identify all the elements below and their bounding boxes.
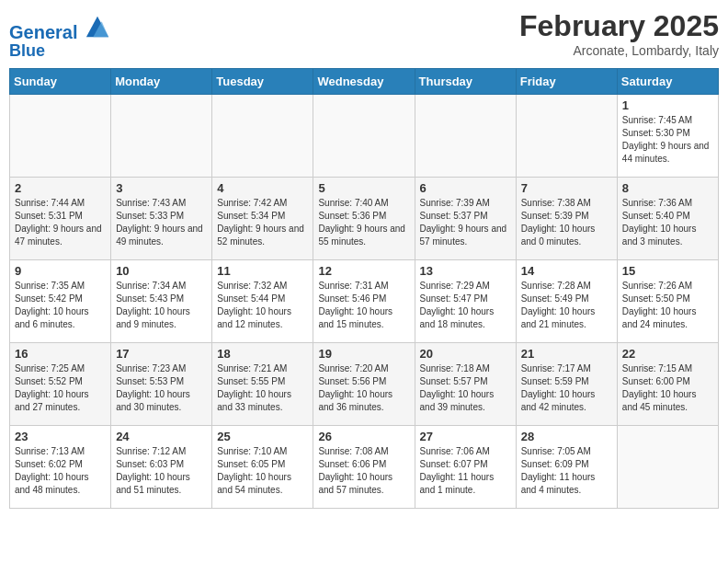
weekday-header: Tuesday bbox=[212, 68, 313, 94]
day-info: Sunrise: 7:45 AM Sunset: 5:30 PM Dayligh… bbox=[622, 114, 713, 166]
weekday-header: Thursday bbox=[415, 68, 516, 94]
day-number: 8 bbox=[622, 181, 713, 195]
day-info: Sunrise: 7:36 AM Sunset: 5:40 PM Dayligh… bbox=[622, 197, 713, 248]
day-number: 20 bbox=[420, 347, 511, 361]
day-number: 5 bbox=[318, 181, 409, 195]
day-info: Sunrise: 7:28 AM Sunset: 5:49 PM Dayligh… bbox=[521, 280, 612, 331]
day-info: Sunrise: 7:05 AM Sunset: 6:09 PM Dayligh… bbox=[521, 445, 612, 497]
day-info: Sunrise: 7:32 AM Sunset: 5:44 PM Dayligh… bbox=[217, 280, 308, 331]
day-number: 18 bbox=[217, 347, 308, 361]
weekday-header: Wednesday bbox=[313, 68, 415, 94]
day-number: 26 bbox=[318, 430, 409, 443]
day-number: 6 bbox=[420, 181, 511, 195]
calendar-cell: 6Sunrise: 7:39 AM Sunset: 5:37 PM Daylig… bbox=[415, 177, 516, 259]
day-number: 28 bbox=[521, 430, 612, 443]
calendar-week-row: 9Sunrise: 7:35 AM Sunset: 5:42 PM Daylig… bbox=[10, 259, 719, 342]
day-info: Sunrise: 7:15 AM Sunset: 6:00 PM Dayligh… bbox=[622, 362, 713, 414]
calendar-cell: 9Sunrise: 7:35 AM Sunset: 5:42 PM Daylig… bbox=[10, 259, 111, 342]
logo: General Blue bbox=[9, 13, 110, 61]
day-number: 13 bbox=[420, 264, 511, 278]
calendar-cell: 7Sunrise: 7:38 AM Sunset: 5:39 PM Daylig… bbox=[516, 177, 617, 259]
day-info: Sunrise: 7:34 AM Sunset: 5:43 PM Dayligh… bbox=[116, 280, 207, 331]
day-number: 4 bbox=[217, 181, 308, 195]
calendar-cell: 3Sunrise: 7:43 AM Sunset: 5:33 PM Daylig… bbox=[111, 177, 212, 259]
day-number: 27 bbox=[420, 430, 511, 443]
day-info: Sunrise: 7:43 AM Sunset: 5:33 PM Dayligh… bbox=[116, 197, 207, 248]
day-info: Sunrise: 7:31 AM Sunset: 5:46 PM Dayligh… bbox=[318, 280, 409, 331]
day-number: 14 bbox=[521, 264, 612, 278]
day-info: Sunrise: 7:13 AM Sunset: 6:02 PM Dayligh… bbox=[15, 445, 106, 497]
day-info: Sunrise: 7:38 AM Sunset: 5:39 PM Dayligh… bbox=[521, 197, 612, 248]
calendar-cell: 24Sunrise: 7:12 AM Sunset: 6:03 PM Dayli… bbox=[111, 425, 212, 508]
calendar-week-row: 2Sunrise: 7:44 AM Sunset: 5:31 PM Daylig… bbox=[10, 177, 719, 259]
calendar-cell: 10Sunrise: 7:34 AM Sunset: 5:43 PM Dayli… bbox=[111, 259, 212, 342]
calendar-cell: 28Sunrise: 7:05 AM Sunset: 6:09 PM Dayli… bbox=[516, 425, 617, 508]
weekday-header-row: SundayMondayTuesdayWednesdayThursdayFrid… bbox=[10, 68, 719, 94]
day-info: Sunrise: 7:40 AM Sunset: 5:36 PM Dayligh… bbox=[318, 197, 409, 248]
calendar-cell bbox=[617, 425, 718, 508]
calendar-cell: 15Sunrise: 7:26 AM Sunset: 5:50 PM Dayli… bbox=[617, 259, 718, 342]
day-number: 24 bbox=[116, 430, 207, 443]
calendar-cell bbox=[415, 94, 516, 177]
day-number: 9 bbox=[15, 264, 106, 278]
weekday-header: Sunday bbox=[10, 68, 111, 94]
calendar-cell: 26Sunrise: 7:08 AM Sunset: 6:06 PM Dayli… bbox=[313, 425, 415, 508]
calendar-cell: 14Sunrise: 7:28 AM Sunset: 5:49 PM Dayli… bbox=[516, 259, 617, 342]
calendar-week-row: 16Sunrise: 7:25 AM Sunset: 5:52 PM Dayli… bbox=[10, 342, 719, 425]
calendar-cell: 22Sunrise: 7:15 AM Sunset: 6:00 PM Dayli… bbox=[617, 342, 718, 425]
calendar-cell bbox=[313, 94, 415, 177]
weekday-header: Friday bbox=[516, 68, 617, 94]
weekday-header: Saturday bbox=[617, 68, 718, 94]
day-info: Sunrise: 7:26 AM Sunset: 5:50 PM Dayligh… bbox=[622, 280, 713, 331]
calendar-table: SundayMondayTuesdayWednesdayThursdayFrid… bbox=[9, 68, 719, 509]
calendar-cell: 19Sunrise: 7:20 AM Sunset: 5:56 PM Dayli… bbox=[313, 342, 415, 425]
day-number: 16 bbox=[15, 347, 106, 361]
day-number: 17 bbox=[116, 347, 207, 361]
title-area: February 2025 Arconate, Lombardy, Italy bbox=[519, 9, 719, 58]
month-title: February 2025 bbox=[519, 9, 719, 43]
logo-blue: Blue bbox=[9, 42, 110, 61]
day-number: 3 bbox=[116, 181, 207, 195]
calendar-cell bbox=[10, 94, 111, 177]
calendar-cell: 5Sunrise: 7:40 AM Sunset: 5:36 PM Daylig… bbox=[313, 177, 415, 259]
calendar-cell bbox=[516, 94, 617, 177]
calendar-cell: 1Sunrise: 7:45 AM Sunset: 5:30 PM Daylig… bbox=[617, 94, 718, 177]
day-number: 2 bbox=[15, 181, 106, 195]
day-info: Sunrise: 7:21 AM Sunset: 5:55 PM Dayligh… bbox=[217, 362, 308, 414]
day-number: 21 bbox=[521, 347, 612, 361]
calendar-cell: 13Sunrise: 7:29 AM Sunset: 5:47 PM Dayli… bbox=[415, 259, 516, 342]
day-info: Sunrise: 7:17 AM Sunset: 5:59 PM Dayligh… bbox=[521, 362, 612, 414]
calendar-cell: 27Sunrise: 7:06 AM Sunset: 6:07 PM Dayli… bbox=[415, 425, 516, 508]
day-number: 15 bbox=[622, 264, 713, 278]
day-info: Sunrise: 7:29 AM Sunset: 5:47 PM Dayligh… bbox=[420, 280, 511, 331]
calendar-cell bbox=[212, 94, 313, 177]
location-subtitle: Arconate, Lombardy, Italy bbox=[519, 43, 719, 58]
logo-general: General bbox=[9, 22, 77, 42]
calendar-cell: 23Sunrise: 7:13 AM Sunset: 6:02 PM Dayli… bbox=[10, 425, 111, 508]
day-info: Sunrise: 7:42 AM Sunset: 5:34 PM Dayligh… bbox=[217, 197, 308, 248]
day-info: Sunrise: 7:06 AM Sunset: 6:07 PM Dayligh… bbox=[420, 445, 511, 497]
calendar-cell: 12Sunrise: 7:31 AM Sunset: 5:46 PM Dayli… bbox=[313, 259, 415, 342]
day-info: Sunrise: 7:12 AM Sunset: 6:03 PM Dayligh… bbox=[116, 445, 207, 497]
day-number: 25 bbox=[217, 430, 308, 443]
calendar-cell: 11Sunrise: 7:32 AM Sunset: 5:44 PM Dayli… bbox=[212, 259, 313, 342]
day-info: Sunrise: 7:35 AM Sunset: 5:42 PM Dayligh… bbox=[15, 280, 106, 331]
day-info: Sunrise: 7:10 AM Sunset: 6:05 PM Dayligh… bbox=[217, 445, 308, 497]
day-info: Sunrise: 7:25 AM Sunset: 5:52 PM Dayligh… bbox=[15, 362, 106, 414]
day-number: 1 bbox=[622, 98, 713, 112]
day-info: Sunrise: 7:39 AM Sunset: 5:37 PM Dayligh… bbox=[420, 197, 511, 248]
calendar-cell: 21Sunrise: 7:17 AM Sunset: 5:59 PM Dayli… bbox=[516, 342, 617, 425]
page-header: General Blue February 2025 Arconate, Lom… bbox=[9, 9, 719, 61]
day-info: Sunrise: 7:23 AM Sunset: 5:53 PM Dayligh… bbox=[116, 362, 207, 414]
day-number: 19 bbox=[318, 347, 409, 361]
calendar-cell: 16Sunrise: 7:25 AM Sunset: 5:52 PM Dayli… bbox=[10, 342, 111, 425]
calendar-cell: 2Sunrise: 7:44 AM Sunset: 5:31 PM Daylig… bbox=[10, 177, 111, 259]
day-info: Sunrise: 7:18 AM Sunset: 5:57 PM Dayligh… bbox=[420, 362, 511, 414]
day-number: 11 bbox=[217, 264, 308, 278]
calendar-week-row: 23Sunrise: 7:13 AM Sunset: 6:02 PM Dayli… bbox=[10, 425, 719, 508]
calendar-cell: 17Sunrise: 7:23 AM Sunset: 5:53 PM Dayli… bbox=[111, 342, 212, 425]
calendar-cell bbox=[111, 94, 212, 177]
calendar-cell: 4Sunrise: 7:42 AM Sunset: 5:34 PM Daylig… bbox=[212, 177, 313, 259]
day-info: Sunrise: 7:08 AM Sunset: 6:06 PM Dayligh… bbox=[318, 445, 409, 497]
day-number: 12 bbox=[318, 264, 409, 278]
